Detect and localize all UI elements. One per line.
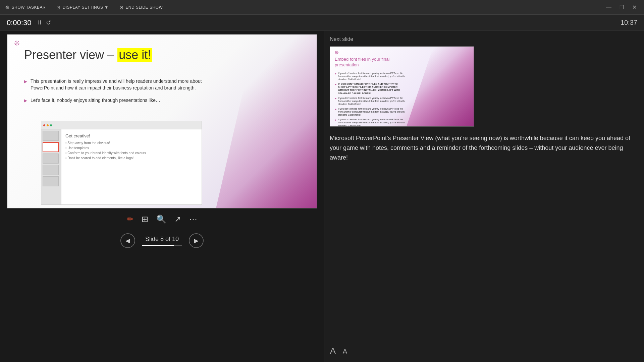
screenshot-content: Get creative! • Step away from the obvio… (41, 129, 202, 204)
elapsed-time: 0:00:30 (7, 18, 31, 27)
slide-toolbar: ✏ ⊞ 🔍 ↗ ⋯ (127, 208, 197, 227)
display-icon: ⊡ (56, 5, 61, 10)
max-dot (50, 124, 52, 126)
right-panel: Next slide ❊ Embed font files in your fi… (324, 31, 644, 362)
left-panel: ❊ Presenter view – use it! ▶ This presen… (0, 31, 324, 362)
screenshot-toolbar (41, 121, 202, 129)
bullet-text-1: This presentation is really impressive a… (31, 78, 212, 91)
pen-tool-button[interactable]: ✏ (127, 215, 133, 224)
nst-logo: ❊ (335, 50, 339, 55)
nav-controls: ◀ Slide 8 of 10 ▶ (120, 229, 204, 248)
show-taskbar-button[interactable]: ❊ SHOW TASKBAR (5, 5, 46, 10)
grid-tool-button[interactable]: ⊞ (142, 215, 148, 224)
slide-title-highlight: use it! (117, 48, 152, 62)
nst-arrow-3: ▶ (335, 97, 336, 100)
restore-button[interactable]: ❐ (618, 3, 626, 11)
display-settings-label: DISPLAY SETTINGS ▼ (63, 5, 109, 10)
restart-button[interactable]: ↺ (46, 19, 51, 26)
ss-thumb-5 (43, 176, 59, 186)
timer-bar: 0:00:30 ⏸ ↺ 10:37 (0, 15, 644, 31)
nst-arrow-1: ▶ (335, 72, 336, 75)
screenshot-title: Get creative! (65, 133, 198, 138)
window-controls: — ❐ ✕ (604, 3, 639, 11)
decrease-font-button[interactable]: A (343, 348, 347, 355)
display-settings-button[interactable]: ⊡ DISPLAY SETTINGS ▼ (56, 5, 109, 10)
bullet-arrow-2: ▶ (24, 98, 27, 104)
nst-arrow-5: ▶ (335, 118, 336, 121)
next-slide-thumbnail: ❊ Embed font files in your final present… (330, 46, 474, 127)
more-tool-button[interactable]: ⋯ (189, 215, 197, 224)
ss-thumb-1 (43, 131, 59, 141)
ss-thumb-4 (43, 165, 59, 175)
slide-progress-bar (142, 245, 182, 246)
slide-bullet-2: ▶ Let's face it, nobody enjoys sitting t… (24, 97, 212, 104)
ss-bullet-1: • Step away from the obvious! (65, 141, 198, 145)
slide-navigation: ◀ Slide 8 of 10 ▶ (3, 229, 321, 248)
slide-decoration (216, 35, 317, 208)
ss-bullet-2: • Use templates (65, 146, 198, 150)
nst-bullets: ▶ If you don't embed font files and you … (335, 72, 405, 127)
nst-bullet-5: ▶ If you don't embed font files and you … (335, 118, 405, 127)
ss-thumb-2 (43, 142, 59, 152)
nst-inner: ❊ Embed font files in your final present… (330, 47, 474, 126)
font-controls: A A (330, 341, 639, 357)
slide-title: Presenter view – use it! (24, 48, 152, 62)
nst-arrow-2: ▶ (335, 83, 336, 86)
pause-button[interactable]: ⏸ (37, 19, 43, 26)
close-dot (43, 124, 45, 126)
nst-decoration (407, 47, 474, 126)
nst-arrow-4: ▶ (335, 108, 336, 111)
end-slide-show-label: END SLIDE SHOW (125, 5, 163, 10)
minimize-button[interactable]: — (604, 3, 613, 11)
bullet-text-2: Let's face it, nobody enjoys sitting thr… (31, 97, 160, 104)
timer-left: 0:00:30 ⏸ ↺ (7, 18, 51, 27)
presenter-notes: Microsoft PowerPoint's Presenter View (w… (330, 133, 639, 341)
next-slide-label: Next slide (330, 36, 639, 42)
min-dot (47, 124, 49, 126)
nst-bullet-2: ▶ IF YOU DON'T EMBED FONT FILES AND YOU … (335, 82, 405, 95)
nst-title: Embed font files in your final presentat… (335, 57, 402, 68)
nst-bullet-4: ▶ If you don't embed font files and you … (335, 107, 405, 116)
bullet-arrow-1: ▶ (24, 79, 27, 84)
close-button[interactable]: ✕ (630, 3, 639, 11)
timer-controls: ⏸ ↺ (37, 19, 51, 26)
main-area: ❊ Presenter view – use it! ▶ This presen… (0, 31, 644, 362)
ss-bullet-4: • Don't be scared to add elements, like … (65, 156, 198, 160)
end-slide-show-button[interactable]: ⊠ END SLIDE SHOW (119, 5, 163, 10)
pointer-tool-button[interactable]: ↗ (174, 215, 181, 224)
screenshot-main: Get creative! • Step away from the obvio… (61, 129, 202, 204)
ss-bullet-3: • Conform to your brand identity with fo… (65, 151, 198, 155)
nst-bullet-3: ▶ If you don't embed font files and you … (335, 97, 405, 106)
slide-title-plain: Presenter view – (24, 48, 114, 62)
increase-font-button[interactable]: A (330, 346, 336, 357)
slide-screenshot: Get creative! • Step away from the obvio… (41, 121, 202, 205)
search-tool-button[interactable]: 🔍 (156, 215, 166, 224)
slide-bullets: ▶ This presentation is really impressive… (24, 78, 212, 110)
nst-bullet-1: ▶ If you don't embed font files and you … (335, 72, 405, 81)
slide-bullet-1: ▶ This presentation is really impressive… (24, 78, 212, 91)
slide-progress-fill (142, 245, 174, 246)
end-icon: ⊠ (119, 5, 124, 10)
prev-slide-button[interactable]: ◀ (120, 233, 135, 248)
slide-inner: ❊ Presenter view – use it! ▶ This presen… (7, 35, 317, 208)
screenshot-sidebar (41, 129, 61, 204)
ss-thumb-3 (43, 154, 59, 164)
next-slide-button[interactable]: ▶ (189, 233, 204, 248)
show-taskbar-label: SHOW TASKBAR (12, 5, 46, 10)
current-slide: ❊ Presenter view – use it! ▶ This presen… (7, 34, 317, 208)
taskbar-icon: ❊ (5, 5, 10, 10)
slide-logo: ❊ (14, 39, 20, 47)
top-bar: ❊ SHOW TASKBAR ⊡ DISPLAY SETTINGS ▼ ⊠ EN… (0, 0, 644, 15)
slide-counter: Slide 8 of 10 (145, 236, 179, 243)
clock-display: 10:37 (621, 19, 637, 26)
